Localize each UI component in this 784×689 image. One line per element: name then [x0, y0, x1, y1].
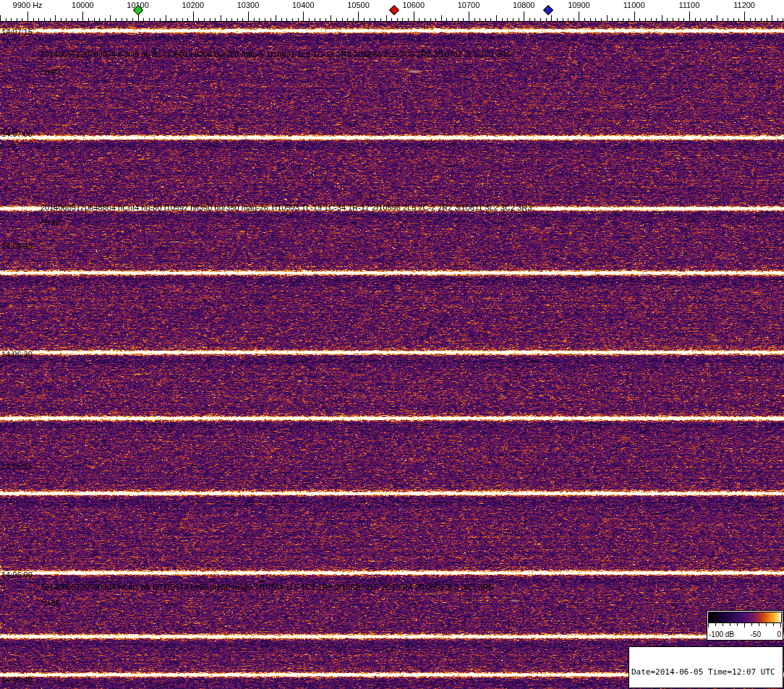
- freq-tick-label: 11000: [623, 1, 645, 9]
- frequency-ruler[interactable]: 9900 Hz100001010010200103001040010500106…: [0, 0, 784, 22]
- freq-tick-label: 10000: [72, 1, 94, 9]
- info-line-date: Date=2014-06-05 Time=12:07 UTC: [631, 667, 780, 677]
- freq-tick-label: 10200: [182, 1, 205, 9]
- color-scale-gradient: [708, 612, 782, 630]
- freq-tick-label: 10400: [292, 1, 315, 9]
- event-time-marker: ^t+56: [41, 599, 60, 607]
- legend-db-labels: -100 dB -50 0: [707, 630, 783, 639]
- freq-tick-label: 9900 Hz: [13, 1, 43, 9]
- freq-tick-label: 10700: [458, 1, 480, 9]
- freq-tick-label: 10600: [402, 1, 425, 9]
- time-axis-label: 14:06:15: [1, 463, 33, 471]
- time-axis-label: 14:06:30: [1, 351, 33, 359]
- freq-tick-label: 11100: [678, 1, 699, 9]
- legend-db-label-max: 0: [777, 630, 781, 639]
- freq-tick-label: 10300: [237, 1, 260, 9]
- color-scale-legend: -100 dB -50 0: [707, 610, 783, 641]
- freq-tick-label: 10500: [347, 1, 370, 9]
- time-axis-label: 14:05:45: [1, 676, 33, 684]
- time-axis-label: 14:07:15: [1, 28, 33, 36]
- waterfall-area: 14:07:1514:07:0014:06:4514:06:3014:06:15…: [0, 22, 784, 689]
- legend-db-label-min: -100 dB: [709, 630, 734, 639]
- meteor-waterfall-screen: 9900 Hz100001010010200103001040010500106…: [0, 0, 784, 689]
- meteor-event-annotation: 20140605120709804 hCnt5 nb-81 f10601 hit…: [41, 51, 511, 59]
- freq-tick-label: 10800: [513, 1, 535, 9]
- event-time-marker: ^t+48: [41, 218, 60, 226]
- time-axis-label: 14:07:00: [1, 130, 33, 138]
- status-info-box: Date=2014-06-05 Time=12:07 UTC Freq=143 …: [629, 646, 783, 688]
- legend-db-label-mid: -50: [751, 630, 761, 639]
- freq-tick-label: 10900: [568, 1, 590, 9]
- freq-tick-label: 11200: [733, 1, 755, 9]
- meteor-event-annotation: 20140605120556304 hCnt3 nb-80 f10578 hit…: [41, 583, 493, 591]
- meteor-event-annotation: 20140605120648804 hCnt4 nb-80 f10592 hit…: [41, 204, 532, 212]
- event-time-marker: ^t+09: [41, 68, 60, 76]
- time-axis-label: 14:06:45: [1, 242, 33, 250]
- time-axis-label: 14:06:00: [1, 571, 33, 579]
